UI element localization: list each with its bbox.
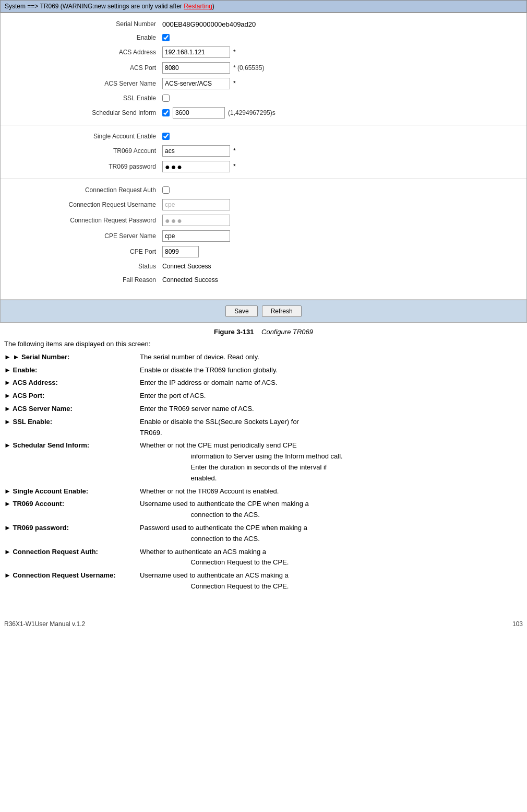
tr069-account-input[interactable] (162, 145, 230, 157)
tr069-account-label: TR069 Account (1, 147, 162, 155)
restarting-link[interactable]: Restarting (184, 3, 212, 10)
serial-number-label: Serial Number (1, 20, 162, 28)
label-text-0: ► Serial Number: (13, 353, 69, 361)
desc-text-conn-req-auth: Whether to authenticate an ACS making a … (140, 547, 523, 569)
schedular-send-hint: (1,4294967295)s (228, 109, 276, 116)
cpe-server-name-input[interactable] (162, 230, 230, 242)
label-text-7: ► Single Account Enable: (4, 487, 88, 495)
desc-text-single-account: Whether or not the TR069 Account is enab… (140, 486, 523, 497)
desc-text-acs-address: Enter the IP address or domain name of A… (140, 378, 523, 389)
row-conn-req-username: Connection Request Username (1, 197, 526, 213)
row-acs-server-name: ACS Server Name * (1, 76, 526, 91)
tr069-account-value: * (162, 145, 526, 157)
acs-address-value: * (162, 46, 526, 58)
label-text-4: ► ACS Server Name: (4, 405, 73, 413)
enable-value (162, 34, 526, 41)
ssl-enable-checkbox[interactable] (162, 95, 170, 102)
acs-server-name-asterisk: * (233, 80, 236, 87)
label-text-1: ► Enable: (4, 366, 37, 374)
desc-text-conn-req-username: Username used to authenticate an ACS mak… (140, 570, 523, 592)
status-text: Connect Success (162, 263, 211, 270)
conn-req-password-dots[interactable]: ●●● (162, 215, 230, 226)
row-acs-address: ACS Address * (1, 44, 526, 60)
label-text-2: ► ACS Address: (4, 379, 58, 386)
tr069-account-asterisk: * (233, 147, 236, 155)
row-conn-req-password: Connection Request Password ●●● (1, 213, 526, 228)
desc-label-ssl-enable: ► SSL Enable: (4, 417, 140, 439)
acs-server-name-input[interactable] (162, 78, 230, 89)
conn-req-password-value: ●●● (162, 215, 526, 226)
main-panel: Serial Number 000EB48G9000000eb409ad20 E… (0, 13, 527, 323)
save-button[interactable]: Save (225, 305, 257, 317)
footer-manual: R36X1-W1User Manual v.1.2 (4, 620, 85, 628)
enable-checkbox[interactable] (162, 34, 170, 41)
acs-address-asterisk: * (233, 49, 236, 56)
conn-req-auth-checkbox[interactable] (162, 186, 170, 194)
desc-label-enable: ► Enable: (4, 365, 140, 376)
status-value: Connect Success (162, 263, 526, 270)
refresh-button[interactable]: Refresh (262, 305, 302, 317)
label-text-9: ► TR069 password: (4, 524, 69, 532)
row-cpe-port: CPE Port (1, 244, 526, 260)
section-basic: Serial Number 000EB48G9000000eb409ad20 E… (1, 13, 526, 125)
acs-server-name-value: * (162, 78, 526, 89)
desc-label-tr069-account: ► TR069 Account: (4, 499, 140, 521)
spacer (1, 287, 526, 295)
desc-label-serial-number: ► ► Serial Number: (4, 352, 140, 363)
row-single-account: Single Account Enable (1, 130, 526, 143)
single-account-checkbox[interactable] (162, 133, 170, 140)
ssl-enable-label: SSL Enable (1, 95, 162, 102)
single-account-label: Single Account Enable (1, 133, 162, 140)
acs-server-name-label: ACS Server Name (1, 80, 162, 87)
conn-req-username-label: Connection Request Username (1, 201, 162, 208)
row-acs-port: ACS Port * (0,65535) (1, 60, 526, 76)
desc-item-enable: ► Enable: Enable or disable the TR069 fu… (4, 365, 523, 376)
conn-req-password-label: Connection Request Password (1, 217, 162, 224)
desc-text-enable: Enable or disable the TR069 function glo… (140, 365, 523, 376)
serial-number-text: 000EB48G9000000eb409ad20 (162, 20, 256, 28)
desc-item-acs-address: ► ACS Address: Enter the IP address or d… (4, 378, 523, 389)
desc-text-ssl-enable: Enable or disable the SSL(Secure Sockets… (140, 417, 523, 439)
label-text-11: ► Connection Request Username: (4, 571, 116, 579)
desc-label-acs-address: ► ACS Address: (4, 378, 140, 389)
cpe-port-input[interactable] (162, 246, 199, 257)
figure-number: Figure 3-131 (214, 328, 254, 336)
section-connection: Connection Request Auth Connection Reque… (1, 179, 526, 300)
conn-req-username-input[interactable] (162, 199, 230, 210)
tr069-password-dots[interactable]: ●●● (162, 161, 230, 172)
row-serial-number: Serial Number 000EB48G9000000eb409ad20 (1, 17, 526, 31)
figure-title: Configure TR069 (261, 328, 313, 336)
desc-text-schedular: Whether or not the CPE must periodically… (140, 440, 523, 484)
desc-item-acs-port: ► ACS Port: Enter the port of ACS. (4, 391, 523, 402)
ssl-enable-value (162, 95, 526, 102)
row-ssl-enable: SSL Enable (1, 91, 526, 105)
desc-intro: The following items are displayed on thi… (4, 339, 523, 350)
tr069-password-asterisk: * (233, 163, 236, 170)
cpe-server-name-label: CPE Server Name (1, 232, 162, 240)
tr069-password-value: ●●● * (162, 161, 526, 172)
enable-label: Enable (1, 34, 162, 41)
desc-item-schedular: ► Schedular Send Inform: Whether or not … (4, 440, 523, 484)
desc-label-conn-req-auth: ► Connection Request Auth: (4, 547, 140, 569)
row-fail-reason: Fail Reason Connected Success (1, 273, 526, 287)
footer-page: 103 (512, 620, 523, 628)
desc-item-tr069-password: ► TR069 password: Password used to authe… (4, 523, 523, 545)
page-footer: R36X1-W1User Manual v.1.2 103 (0, 616, 527, 630)
cpe-port-label: CPE Port (1, 248, 162, 255)
footer-spacer: R36X1-W1User Manual v.1.2 103 (0, 603, 527, 634)
schedular-send-checkbox[interactable] (162, 109, 170, 116)
acs-port-hint: * (0,65535) (233, 64, 264, 72)
label-text-8: ► TR069 Account: (4, 500, 64, 508)
conn-req-username-value (162, 199, 526, 210)
row-conn-req-auth: Connection Request Auth (1, 183, 526, 197)
row-status: Status Connect Success (1, 260, 526, 273)
schedular-send-input[interactable] (173, 107, 225, 119)
fail-reason-value: Connected Success (162, 276, 526, 284)
desc-label-acs-port: ► ACS Port: (4, 391, 140, 402)
conn-req-auth-label: Connection Request Auth (1, 186, 162, 194)
acs-port-input[interactable] (162, 62, 230, 74)
desc-text-acs-server-name: Enter the TR069 server name of ACS. (140, 404, 523, 415)
figure-caption: Figure 3-131 Configure TR069 (0, 323, 527, 339)
acs-address-input[interactable] (162, 46, 230, 58)
acs-port-value: * (0,65535) (162, 62, 526, 74)
